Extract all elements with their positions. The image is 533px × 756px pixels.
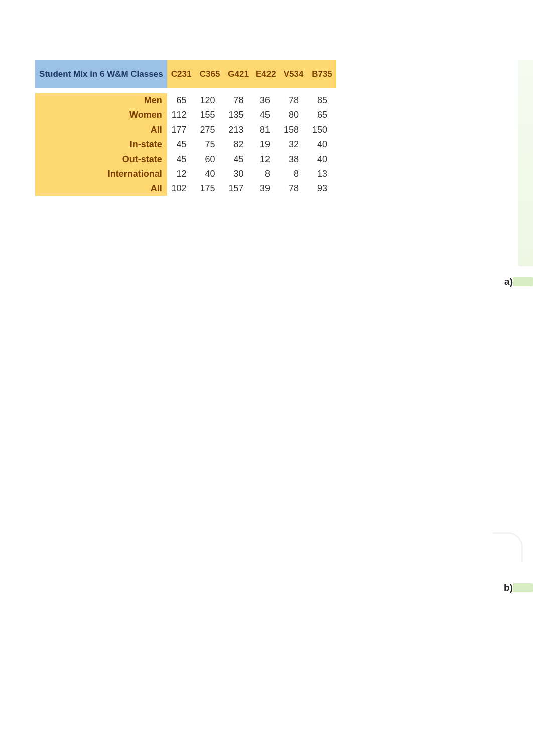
table-row: All 102 175 157 39 78 93: [35, 181, 336, 196]
data-cell: 82: [224, 137, 253, 152]
table-row: All 177 275 213 81 158 150: [35, 122, 336, 137]
data-cell: 40: [308, 152, 336, 167]
data-cell: 177: [167, 122, 196, 137]
table-row: Women 112 155 135 45 80 65: [35, 108, 336, 122]
row-label: International: [35, 167, 167, 181]
data-cell: 12: [167, 167, 196, 181]
data-cell: 175: [196, 181, 224, 196]
label-a: a): [504, 276, 513, 287]
data-cell: 158: [279, 122, 308, 137]
data-cell: 112: [167, 108, 196, 122]
data-cell: 12: [253, 152, 280, 167]
data-cell: 78: [224, 93, 253, 108]
header-row: Student Mix in 6 W&M Classes C231 C365 G…: [35, 60, 336, 88]
row-label: All: [35, 181, 167, 196]
data-cell: 38: [279, 152, 308, 167]
data-cell: 45: [224, 152, 253, 167]
row-label: Out-state: [35, 152, 167, 167]
row-label: Women: [35, 108, 167, 122]
data-cell: 45: [167, 137, 196, 152]
data-cell: 40: [308, 137, 336, 152]
table-row: Out-state 45 60 45 12 38 40: [35, 152, 336, 167]
data-cell: 32: [279, 137, 308, 152]
col-header: E422: [253, 60, 280, 88]
data-cell: 80: [279, 108, 308, 122]
col-header: B735: [308, 60, 336, 88]
data-cell: 81: [253, 122, 280, 137]
label-b: b): [504, 582, 513, 593]
data-cell: 45: [167, 152, 196, 167]
table-row: International 12 40 30 8 8 13: [35, 167, 336, 181]
data-cell: 155: [196, 108, 224, 122]
col-header: V534: [279, 60, 308, 88]
data-cell: 8: [253, 167, 280, 181]
faint-curve-decoration: [493, 532, 523, 562]
col-header: C365: [196, 60, 224, 88]
data-cell: 157: [224, 181, 253, 196]
student-mix-table: Student Mix in 6 W&M Classes C231 C365 G…: [35, 60, 336, 196]
data-cell: 13: [308, 167, 336, 181]
data-cell: 45: [253, 108, 280, 122]
col-header: G421: [224, 60, 253, 88]
label-a-highlight: [513, 277, 533, 286]
right-decorative-bar: [518, 60, 533, 266]
table-row: In-state 45 75 82 19 32 40: [35, 137, 336, 152]
data-cell: 30: [224, 167, 253, 181]
data-cell: 120: [196, 93, 224, 108]
data-cell: 36: [253, 93, 280, 108]
data-cell: 93: [308, 181, 336, 196]
data-cell: 150: [308, 122, 336, 137]
data-cell: 19: [253, 137, 280, 152]
data-table: Student Mix in 6 W&M Classes C231 C365 G…: [35, 60, 336, 196]
data-cell: 78: [279, 93, 308, 108]
spacer: [35, 88, 336, 93]
data-cell: 135: [224, 108, 253, 122]
col-header: C231: [167, 60, 196, 88]
row-label: Men: [35, 93, 167, 108]
data-cell: 85: [308, 93, 336, 108]
row-label: In-state: [35, 137, 167, 152]
data-cell: 78: [279, 181, 308, 196]
data-cell: 275: [196, 122, 224, 137]
data-cell: 213: [224, 122, 253, 137]
data-cell: 102: [167, 181, 196, 196]
table-row: Men 65 120 78 36 78 85: [35, 93, 336, 108]
label-b-highlight: [513, 583, 533, 592]
data-cell: 65: [308, 108, 336, 122]
row-label: All: [35, 122, 167, 137]
data-cell: 8: [279, 167, 308, 181]
data-cell: 60: [196, 152, 224, 167]
data-cell: 65: [167, 93, 196, 108]
data-cell: 39: [253, 181, 280, 196]
data-cell: 40: [196, 167, 224, 181]
table-title-cell: Student Mix in 6 W&M Classes: [35, 60, 167, 88]
data-cell: 75: [196, 137, 224, 152]
